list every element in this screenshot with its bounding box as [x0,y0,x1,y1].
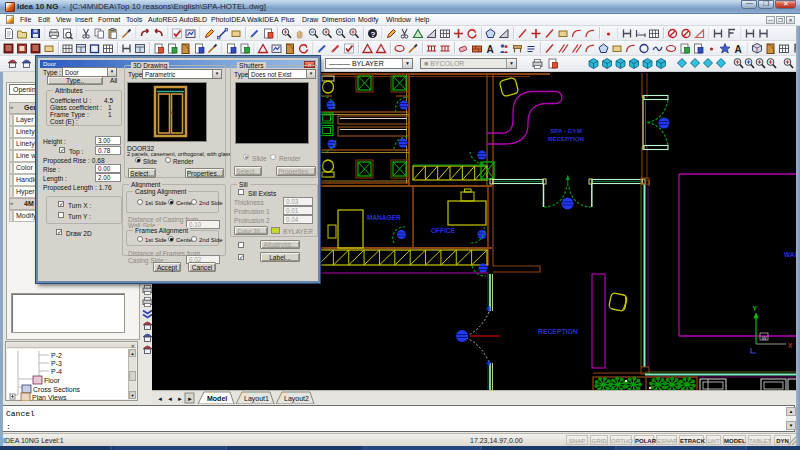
svg-text:►: ► [187,396,193,402]
svg-text:A: A [487,44,494,55]
svg-text:Layout2: Layout2 [284,395,309,403]
svg-text:P-2: P-2 [51,352,62,359]
svg-text:MANAGER: MANAGER [367,214,401,221]
svg-text:X: X [788,342,793,349]
svg-text:P-3: P-3 [51,360,62,367]
svg-text:Cross Sections: Cross Sections [33,386,81,393]
svg-text:◄: ◄ [157,396,163,402]
svg-text:WAIT: WAIT [784,251,796,258]
svg-text:Y: Y [753,305,758,312]
svg-text:W: W [762,335,768,341]
svg-text:P-4: P-4 [51,368,62,375]
svg-text:Plan Views: Plan Views [32,394,67,401]
svg-text:Layout1: Layout1 [244,395,269,403]
svg-text:◄: ◄ [167,396,173,402]
svg-text:Model: Model [207,395,227,402]
svg-text:SPA - GYM: SPA - GYM [550,127,582,134]
svg-text:OFFICE: OFFICE [431,227,455,234]
svg-text:?: ? [371,30,376,39]
svg-text:Floor: Floor [44,377,61,384]
svg-text:A: A [735,44,742,55]
svg-text:RECEPTION: RECEPTION [548,135,585,142]
svg-text:RECEPTION: RECEPTION [538,328,578,335]
svg-text:►: ► [177,396,183,402]
